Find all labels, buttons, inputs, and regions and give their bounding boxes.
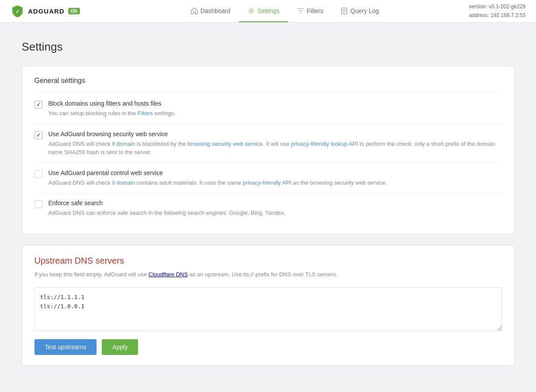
nav-filters-label: Filters — [307, 7, 323, 14]
filters-link[interactable]: Filters — [138, 110, 153, 117]
checkbox-block-domains-wrap[interactable] — [35, 101, 42, 109]
setting-label-parental-control: Use AdGuard parental control web service — [48, 169, 387, 176]
checkbox-safe-search[interactable] — [35, 200, 42, 208]
checkbox-parental-control-wrap[interactable] — [35, 170, 42, 178]
setting-text-browsing-security: Use AdGuard browsing security web servic… — [48, 131, 502, 157]
svg-point-1 — [250, 10, 252, 12]
nav-item-filters[interactable]: Filters — [288, 0, 332, 22]
domain-link-2[interactable]: domain — [117, 179, 135, 186]
setting-text-safe-search: Enforce safe search AdGuard DNS can enfo… — [48, 199, 286, 217]
version-info: version: v0.1-202-ge229 address: 192.168… — [469, 3, 526, 19]
nav-querylog-label: Query Log — [350, 7, 379, 14]
version-text: version: v0.1-202-ge229 — [469, 3, 526, 11]
setting-item-block-domains: Block domains using filters and hosts fi… — [35, 93, 502, 124]
navbar: ✓ ADGUARD ON Dashboard Settings Filters — [0, 0, 536, 23]
address-text: address: 192.168.7.2:53 — [469, 11, 526, 20]
home-icon — [191, 7, 198, 14]
setting-desc-parental-control: AdGuard DNS will check if domain contain… — [48, 179, 387, 187]
upstream-desc-suffix: as an upstream. Use tls:// prefix for DN… — [188, 271, 337, 278]
setting-item-parental-control: Use AdGuard parental control web service… — [35, 163, 502, 193]
upstream-dns-card: Upstream DNS servers If you keep this fi… — [22, 245, 515, 366]
setting-label-browsing-security: Use AdGuard browsing security web servic… — [48, 131, 502, 138]
domain-link-1[interactable]: domain — [117, 141, 135, 147]
filter-icon — [297, 7, 304, 14]
page-content: Settings General settings Block domains … — [6, 23, 530, 392]
upstream-dns-desc: If you keep this field empty, AdGuard wi… — [35, 270, 502, 279]
setting-desc-block-domains: You can setup blocking rules in the Filt… — [48, 109, 176, 118]
privacy-api-link[interactable]: privacy-friendly lookup API — [291, 141, 358, 147]
checkbox-parental-control[interactable] — [35, 170, 42, 178]
browsing-security-link[interactable]: browsing security web service — [187, 141, 263, 147]
setting-label-safe-search: Enforce safe search — [48, 199, 286, 206]
gear-icon — [248, 7, 255, 14]
nav-item-dashboard[interactable]: Dashboard — [182, 0, 239, 22]
desc-suffix-text: settings. — [153, 110, 176, 117]
upstream-button-row: Test upstreams Apply — [35, 339, 502, 355]
page-title: Settings — [22, 40, 515, 54]
adguard-logo-icon: ✓ — [10, 4, 24, 18]
brand-name-text: ADGUARD — [28, 7, 65, 15]
upstream-dns-textarea[interactable]: tls://1.1.1.1 tls://1.0.0.1 — [35, 287, 502, 331]
upstream-dns-title: Upstream DNS servers — [35, 256, 502, 266]
test-upstreams-button[interactable]: Test upstreams — [35, 339, 97, 355]
setting-desc-browsing-security: AdGuard DNS will check if domain is blac… — [48, 140, 502, 157]
setting-item-browsing-security: Use AdGuard browsing security web servic… — [35, 124, 502, 163]
upstream-desc-plain: If you keep this field empty, AdGuard wi… — [35, 271, 149, 278]
svg-text:✓: ✓ — [15, 9, 20, 15]
brand: ✓ ADGUARD ON — [10, 4, 80, 18]
checkbox-block-domains[interactable] — [35, 101, 42, 109]
setting-desc-safe-search: AdGuard DNS can enforce safe search in t… — [48, 209, 286, 217]
general-settings-title: General settings — [35, 77, 502, 85]
setting-text-block-domains: Block domains using filters and hosts fi… — [48, 100, 176, 118]
checkbox-browsing-security-wrap[interactable] — [35, 131, 42, 139]
nav-settings-label: Settings — [257, 7, 280, 14]
nav-item-querylog[interactable]: Query Log — [332, 0, 387, 22]
nav-links: Dashboard Settings Filters Query Log — [101, 0, 469, 22]
checkbox-browsing-security[interactable] — [35, 131, 42, 139]
brand-status-badge: ON — [68, 8, 80, 14]
log-icon — [341, 7, 348, 14]
nav-item-settings[interactable]: Settings — [239, 0, 288, 22]
checkbox-safe-search-wrap[interactable] — [35, 200, 42, 208]
setting-text-parental-control: Use AdGuard parental control web service… — [48, 169, 387, 187]
cloudflare-dns-link[interactable]: Cloudflare DNS — [149, 271, 188, 278]
general-settings-card: General settings Block domains using fil… — [22, 66, 515, 234]
setting-label-block-domains: Block domains using filters and hosts fi… — [48, 100, 176, 107]
apply-button[interactable]: Apply — [102, 339, 138, 355]
privacy-api-link-2[interactable]: privacy-friendly API — [243, 179, 291, 186]
setting-item-safe-search: Enforce safe search AdGuard DNS can enfo… — [35, 193, 502, 224]
nav-dashboard-label: Dashboard — [201, 7, 231, 14]
desc-plain-text: You can setup blocking rules in the — [48, 110, 138, 117]
